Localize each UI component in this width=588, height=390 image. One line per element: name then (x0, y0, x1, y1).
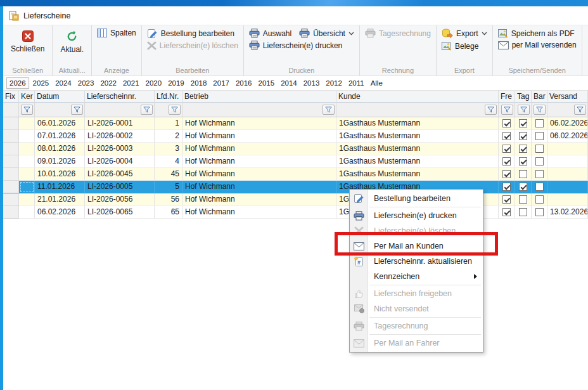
save-as-pdf-button[interactable]: Speichern als PDF (498, 29, 575, 38)
table-row[interactable]: 21.01.2026 LI-2026-0056 56 Hof Wichmann … (3, 193, 588, 206)
cell-fre[interactable] (499, 206, 515, 219)
cell-datum[interactable]: 21.01.2026 (35, 193, 85, 206)
cell-betrieb[interactable]: Hof Wichmann (182, 168, 336, 181)
filter-button-datum[interactable] (71, 105, 83, 115)
cell-ker[interactable] (19, 193, 35, 206)
cell-betrieb[interactable]: Hof Wichmann (182, 130, 336, 143)
filter-button-betrieb[interactable] (323, 105, 335, 115)
column-header-ker[interactable]: Ker (19, 91, 35, 103)
checkbox-tag[interactable] (519, 183, 527, 191)
tab-2017[interactable]: 2017 (210, 78, 232, 88)
cell-lieferscheinnr[interactable]: LI-2026-0002 (85, 130, 155, 143)
tab-2016[interactable]: 2016 (233, 78, 255, 88)
cell-fix[interactable] (3, 206, 19, 219)
tab-2013[interactable]: 2013 (301, 78, 323, 88)
menu-item-lieferschein-drucken[interactable]: Lieferschein(e) drucken (350, 208, 483, 223)
filter-button-lieferscheinnr[interactable] (141, 105, 153, 115)
print-delivery-notes-button[interactable]: Lieferschein(e) drucken (249, 41, 342, 50)
print-overview-button[interactable]: Übersicht (299, 29, 354, 38)
receipts-button[interactable]: Belege (442, 41, 478, 51)
title-bar[interactable]: Lieferscheine (3, 6, 588, 25)
table-row[interactable]: 08.01.2026 LI-2026-0003 3 Hof Wichmann 1… (3, 143, 588, 155)
checkbox-tag[interactable] (519, 195, 527, 204)
export-button[interactable]: Export (442, 29, 487, 39)
cell-fre[interactable] (499, 155, 515, 168)
column-header-fre[interactable]: Fre (499, 91, 515, 103)
cell-versand[interactable] (547, 181, 588, 193)
checkbox-bar[interactable] (535, 119, 544, 127)
cell-versand[interactable] (547, 193, 588, 206)
cell-tag[interactable] (515, 168, 532, 181)
cell-ker[interactable] (19, 143, 35, 155)
cell-betrieb[interactable]: Hof Wichmann (182, 206, 336, 219)
column-header-lfdnr[interactable]: Lfd.Nr. (155, 91, 182, 103)
cell-datum[interactable]: 09.01.2026 (35, 155, 85, 168)
checkbox-bar[interactable] (535, 208, 544, 216)
cell-tag[interactable] (515, 117, 532, 130)
cell-kunde[interactable]: 1Gasthaus Mustermann (336, 117, 499, 130)
cell-bar[interactable] (532, 155, 547, 168)
cell-lieferscheinnr[interactable]: LI-2026-0005 (85, 181, 155, 193)
cell-bar[interactable] (532, 206, 547, 219)
tab-2026[interactable]: 2026 (6, 77, 29, 89)
checkbox-tag[interactable] (519, 119, 527, 127)
cell-datum[interactable]: 06.01.2026 (35, 117, 85, 130)
cell-lieferscheinnr[interactable]: LI-2026-0001 (85, 117, 155, 130)
cell-datum[interactable]: 11.01.2026 (35, 181, 85, 193)
cell-lfdnr[interactable]: 1 (155, 117, 182, 130)
cell-datum[interactable]: 08.01.2026 (35, 143, 85, 155)
cell-lieferscheinnr[interactable]: LI-2026-0065 (85, 206, 155, 219)
print-selection-button[interactable]: Auswahl (249, 29, 291, 38)
cell-versand[interactable] (547, 143, 588, 155)
checkbox-fre[interactable] (502, 183, 511, 191)
cell-ker[interactable] (19, 206, 35, 219)
cell-fre[interactable] (499, 117, 515, 130)
cell-lieferscheinnr[interactable]: LI-2026-0045 (85, 168, 155, 181)
filter-button-versand[interactable] (574, 105, 586, 115)
filter-button-ker[interactable] (21, 105, 33, 115)
columns-button[interactable]: Spalten (97, 29, 136, 37)
cell-lfdnr[interactable]: 65 (155, 206, 182, 219)
column-header-bar[interactable]: Bar (532, 91, 547, 103)
cell-versand[interactable] (547, 168, 588, 181)
tab-2023[interactable]: 2023 (75, 78, 97, 88)
checkbox-fre[interactable] (502, 132, 511, 140)
tab-2015[interactable]: 2015 (256, 78, 278, 88)
tab-2025[interactable]: 2025 (30, 78, 52, 88)
column-header-datum[interactable]: Datum (35, 91, 85, 103)
table-row[interactable]: 10.01.2026 LI-2026-0045 45 Hof Wichmann … (3, 168, 588, 181)
checkbox-tag[interactable] (519, 145, 527, 153)
cell-fix[interactable] (3, 193, 19, 206)
column-header-versand[interactable]: Versand (547, 91, 588, 103)
checkbox-bar[interactable] (535, 195, 544, 204)
send-mail-button[interactable]: per Mail versenden (498, 41, 577, 49)
cell-fix[interactable] (3, 181, 19, 193)
cell-datum[interactable]: 10.01.2026 (35, 168, 85, 181)
cell-lfdnr[interactable]: 2 (155, 130, 182, 143)
cell-ker[interactable] (19, 155, 35, 168)
cell-tag[interactable] (515, 155, 532, 168)
cell-kunde[interactable]: 1Gasthaus Mustermann (336, 168, 499, 181)
cell-lfdnr[interactable]: 56 (155, 193, 182, 206)
column-header-tag[interactable]: Tag (515, 91, 532, 103)
checkbox-tag[interactable] (519, 208, 527, 216)
filter-button-bar[interactable] (534, 105, 546, 115)
close-button[interactable]: Schließen (8, 29, 47, 55)
tab-2011[interactable]: 2011 (346, 78, 367, 88)
table-row[interactable]: 06.01.2026 LI-2026-0001 1 Hof Wichmann 1… (3, 117, 588, 130)
cell-bar[interactable] (532, 143, 547, 155)
checkbox-bar[interactable] (535, 132, 544, 140)
cell-bar[interactable] (532, 130, 547, 143)
column-header-fix[interactable]: Fix (3, 91, 19, 103)
table-row[interactable]: 09.01.2026 LI-2026-0004 4 Hof Wichmann 1… (3, 155, 588, 168)
menu-item-bestellung-bearbeiten[interactable]: Bestellung bearbeiten (350, 191, 483, 206)
checkbox-bar[interactable] (535, 145, 544, 153)
cell-tag[interactable] (515, 181, 532, 193)
cell-bar[interactable] (532, 168, 547, 181)
cell-fix[interactable] (3, 130, 19, 143)
tab-2020[interactable]: 2020 (143, 78, 165, 88)
cell-bar[interactable] (532, 117, 547, 130)
tab-2018[interactable]: 2018 (188, 78, 210, 88)
tab-2012[interactable]: 2012 (323, 78, 345, 88)
edit-order-button[interactable]: Bestellung bearbeiten (147, 29, 234, 39)
